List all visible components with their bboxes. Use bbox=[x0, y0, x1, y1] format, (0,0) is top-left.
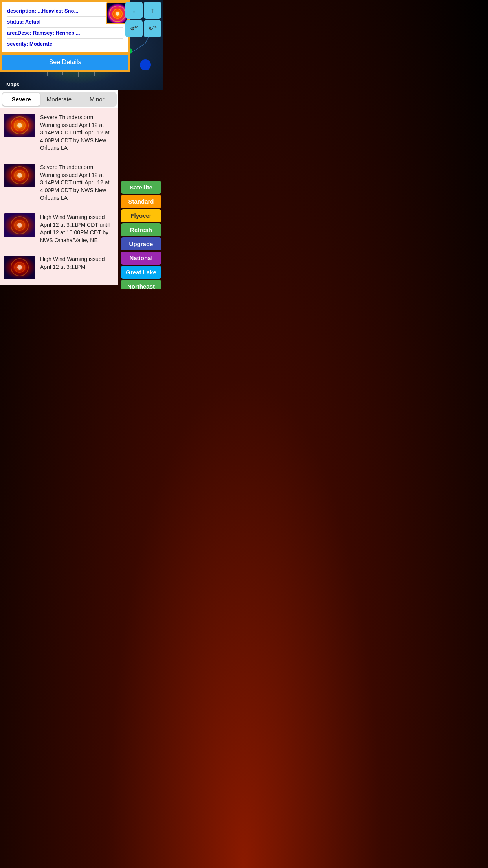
info-status: status: Actual bbox=[7, 17, 123, 28]
map-scroll-down-button[interactable]: ↓ bbox=[125, 2, 143, 19]
info-severity: severity: Moderate bbox=[7, 39, 123, 49]
apple-maps-label: Maps bbox=[5, 81, 19, 87]
national-button[interactable]: National bbox=[121, 252, 161, 265]
refresh-button[interactable]: Refresh bbox=[121, 223, 161, 236]
alert-text-4: High Wind Warning issued April 12 at 3:1… bbox=[40, 256, 114, 271]
map-back30-button[interactable]: ↺30 bbox=[125, 20, 143, 37]
info-description: description: ...Heaviest Sno... bbox=[7, 6, 123, 17]
upgrade-button[interactable]: Upgrade bbox=[121, 237, 161, 250]
alert-thumbnail bbox=[4, 213, 35, 237]
right-sidebar: Satellite Standard Flyover Refresh Upgra… bbox=[119, 180, 163, 289]
alert-text-3: High Wind Warning issued April 12 at 3:1… bbox=[40, 213, 114, 244]
map-forward30-button[interactable]: ↻30 bbox=[144, 20, 161, 37]
great-lake-button[interactable]: Great Lake bbox=[121, 266, 161, 279]
tabs-section: Severe Moderate Minor bbox=[0, 90, 118, 108]
tab-minor[interactable]: Minor bbox=[78, 93, 116, 106]
flyover-button[interactable]: Flyover bbox=[121, 209, 161, 222]
alert-thumbnail bbox=[4, 256, 35, 279]
satellite-button[interactable]: Satellite bbox=[121, 181, 161, 194]
map-section: description: ...Heaviest Sno... status: … bbox=[0, 0, 163, 90]
alert-text-1: Severe Thunderstorm Warning issued April… bbox=[40, 114, 114, 152]
map-background: description: ...Heaviest Sno... status: … bbox=[0, 0, 163, 90]
alerts-list: Severe Thunderstorm Warning issued April… bbox=[0, 108, 118, 285]
tab-moderate[interactable]: Moderate bbox=[40, 93, 78, 106]
alert-item[interactable]: Severe Thunderstorm Warning issued April… bbox=[0, 158, 118, 208]
alert-thumbnail bbox=[4, 114, 35, 137]
svg-point-40 bbox=[116, 12, 119, 16]
alert-item[interactable]: High Wind Warning issued April 12 at 3:1… bbox=[0, 250, 118, 285]
alert-thumbnail bbox=[4, 164, 35, 187]
tab-severe[interactable]: Severe bbox=[2, 93, 40, 106]
alert-item[interactable]: Severe Thunderstorm Warning issued April… bbox=[0, 108, 118, 158]
see-details-button[interactable]: See Details bbox=[2, 55, 128, 70]
tabs-container: Severe Moderate Minor bbox=[2, 92, 117, 107]
alert-item[interactable]: High Wind Warning issued April 12 at 3:1… bbox=[0, 208, 118, 250]
main-content: Severe Moderate Minor bbox=[0, 90, 163, 285]
alert-text-2: Severe Thunderstorm Warning issued April… bbox=[40, 164, 114, 202]
map-nav-buttons: ↓ ↑ ↺30 ↻30 bbox=[125, 2, 161, 37]
info-card-overlay: description: ...Heaviest Sno... status: … bbox=[0, 0, 130, 72]
standard-button[interactable]: Standard bbox=[121, 195, 161, 208]
map-scroll-up-button[interactable]: ↑ bbox=[144, 2, 161, 19]
svg-point-56 bbox=[17, 265, 22, 270]
svg-point-52 bbox=[17, 223, 22, 228]
maps-text: Maps bbox=[6, 81, 19, 87]
svg-point-36 bbox=[140, 59, 151, 70]
weather-thumbnail-corner bbox=[106, 2, 128, 24]
northeast-button[interactable]: Northeast bbox=[121, 280, 161, 289]
svg-point-44 bbox=[17, 123, 22, 128]
content-wrapper: description: ...Heaviest Sno... status: … bbox=[0, 0, 163, 285]
info-area: areaDesc: Ramsey; Hennepi... bbox=[7, 28, 123, 39]
svg-point-48 bbox=[17, 173, 22, 178]
